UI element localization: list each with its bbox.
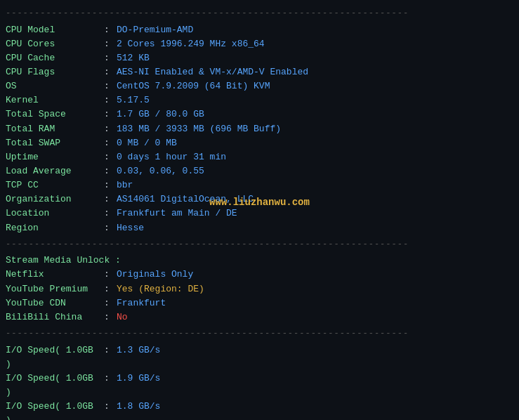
io-speed-section: I/O Speed( 1.0GB ) : 1.3 GB/s I/O Speed(… [6,343,513,420]
organization-row: Organization : AS14061 DigitalOcean, LLC [6,192,513,206]
uptime-row: Uptime : 0 days 1 hour 31 min [6,150,513,164]
os-row: OS : CentOS 7.9.2009 (64 Bit) KVM [6,79,513,93]
cpu-cores-value: 2 Cores 1996.249 MHz x86_64 [117,37,265,51]
cpu-cores-row: CPU Cores : 2 Cores 1996.249 MHz x86_64 [6,37,513,51]
total-swap-row: Total SWAP : 0 MB / 0 MB [6,136,513,150]
youtube-premium-row: YouTube Premium : Yes (Region: DE) [6,282,513,296]
youtube-premium-label: YouTube Premium [6,282,104,296]
io-speed-1-value: 1.3 GB/s [117,343,160,357]
stream-media-title: Stream Media Unlock : [6,254,121,268]
io-speed-2-row: I/O Speed( 1.0GB ) : 1.9 GB/s [6,372,513,400]
system-info-section: CPU Model : DO-Premium-AMD CPU Cores : 2… [6,23,513,235]
os-label: OS [6,79,104,93]
cpu-flags-value: AES-NI Enabled & VM-x/AMD-V Enabled [117,65,308,79]
youtube-cdn-row: YouTube CDN : Frankfurt [6,296,513,310]
kernel-label: Kernel [6,93,104,107]
organization-label: Organization [6,192,104,206]
cpu-model-value: DO-Premium-AMD [117,23,193,37]
total-swap-label: Total SWAP [6,136,104,150]
stream-media-title-row: Stream Media Unlock : [6,254,513,268]
uptime-value: 0 days 1 hour 31 min [117,150,226,164]
total-space-row: Total Space : 1.7 GB / 80.0 GB [6,107,513,122]
total-space-label: Total Space [6,107,104,122]
cpu-model-label: CPU Model [6,23,104,37]
location-value: Frankfurt am Main / DE [117,206,237,221]
region-value: Hesse [117,221,144,235]
bilibili-row: BiliBili China : No [6,310,513,324]
tcp-cc-value: bbr [117,178,133,192]
cpu-cache-value: 512 KB [117,51,150,65]
uptime-label: Uptime [6,150,104,164]
page-wrapper: ----------------------------------------… [6,7,513,420]
divider-io: ----------------------------------------… [6,327,513,341]
netflix-row: Netflix : Originals Only [6,268,513,282]
bilibili-label: BiliBili China [6,310,104,324]
cpu-model-row: CPU Model : DO-Premium-AMD [6,23,513,37]
total-ram-label: Total RAM [6,122,104,136]
io-speed-2-label: I/O Speed( 1.0GB ) [6,372,104,400]
organization-value: AS14061 DigitalOcean, LLC [117,192,254,206]
cpu-flags-row: CPU Flags : AES-NI Enabled & VM-x/AMD-V … [6,65,513,79]
io-speed-1-label: I/O Speed( 1.0GB ) [6,343,104,372]
tcp-cc-label: TCP CC [6,178,104,192]
io-speed-1-row: I/O Speed( 1.0GB ) : 1.3 GB/s [6,343,513,372]
location-label: Location [6,206,104,221]
region-label: Region [6,221,104,235]
region-row: Region : Hesse [6,221,513,235]
total-ram-value: 183 MB / 3933 MB (696 MB Buff) [117,122,281,136]
total-ram-row: Total RAM : 183 MB / 3933 MB (696 MB Buf… [6,122,513,136]
cpu-flags-label: CPU Flags [6,65,104,79]
cpu-cache-label: CPU Cache [6,51,104,65]
kernel-row: Kernel : 5.17.5 [6,93,513,107]
io-speed-3-value: 1.8 GB/s [117,400,160,414]
divider-top: ----------------------------------------… [6,7,513,20]
total-space-value: 1.7 GB / 80.0 GB [117,107,204,122]
io-speed-3-row: I/O Speed( 1.0GB ) : 1.8 GB/s [6,400,513,420]
load-average-label: Load Average [6,164,104,178]
cpu-cores-label: CPU Cores [6,37,104,51]
youtube-cdn-label: YouTube CDN [6,296,104,310]
youtube-premium-value: Yes (Region: DE) [117,282,204,296]
cpu-cache-row: CPU Cache : 512 KB [6,51,513,65]
os-value: CentOS 7.9.2009 (64 Bit) KVM [117,79,270,93]
total-swap-value: 0 MB / 0 MB [117,136,177,150]
netflix-label: Netflix [6,268,104,282]
io-speed-3-label: I/O Speed( 1.0GB ) [6,400,104,420]
bilibili-value: No [117,310,128,324]
divider-stream: ----------------------------------------… [6,238,513,251]
netflix-value: Originals Only [117,268,193,282]
load-average-row: Load Average : 0.03, 0.06, 0.55 [6,164,513,178]
youtube-cdn-value: Frankfurt [117,296,166,310]
stream-media-section: Stream Media Unlock : Netflix : Original… [6,254,513,324]
io-speed-2-value: 1.9 GB/s [117,372,160,386]
tcp-cc-row: TCP CC : bbr [6,178,513,192]
location-row: Location : Frankfurt am Main / DE [6,206,513,221]
kernel-value: 5.17.5 [117,93,150,107]
load-average-value: 0.03, 0.06, 0.55 [117,164,204,178]
